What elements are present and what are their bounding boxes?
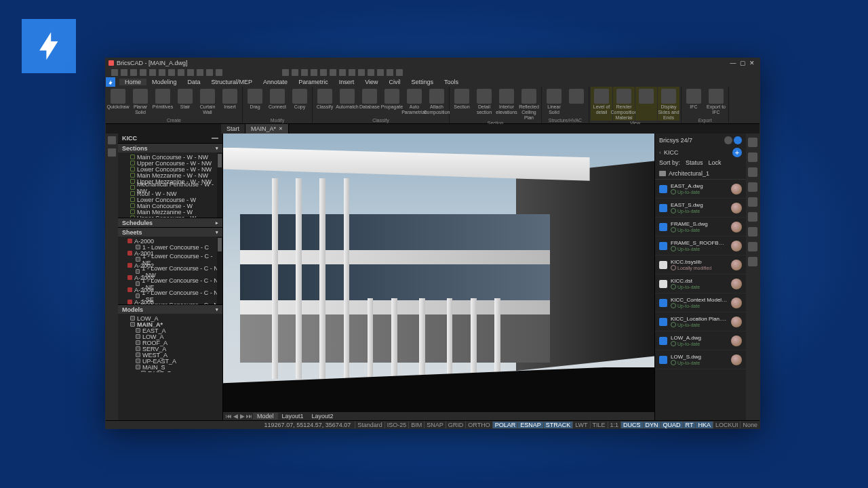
model-item[interactable]: SERV_A [127,346,222,352]
qat-button[interactable] [178,69,184,76]
collapse-icon[interactable] [212,138,218,139]
file-item[interactable]: KICC.dstUp-to-date [655,274,746,293]
sort-lock[interactable]: Lock [709,159,722,166]
ribbon-detail-section[interactable]: Detail section [473,87,495,121]
qat-button[interactable] [159,69,165,76]
section-item[interactable]: Upper Concourse - W [127,215,222,218]
ribbon-copy[interactable]: Copy [289,87,311,118]
viewport-3d[interactable] [223,134,654,412]
ribbon-database[interactable]: Database [359,87,380,118]
settings-icon[interactable] [748,182,757,192]
ribbon-reflected-ceiling-plan[interactable]: Reflected Ceiling Plan [518,87,540,121]
ribbon-btn[interactable] [635,87,657,121]
breadcrumb-label[interactable]: KICC [664,149,679,156]
ribbon-section[interactable]: Section [451,87,473,121]
qat-button[interactable] [149,69,156,76]
user-icon[interactable] [734,136,742,144]
model-item[interactable]: UP-EAST_A [127,358,222,364]
status-1:1[interactable]: 1:1 [608,422,621,428]
ribbon-interior-elevations[interactable]: Interior elevations [496,87,517,121]
menu-insert[interactable]: Insert [334,79,360,85]
status-polar[interactable]: POLAR [492,422,518,428]
ribbon-export-to-ifc[interactable]: Export to IFC [705,87,727,118]
menu-civil[interactable]: Civil [384,79,406,85]
stack-icon[interactable] [748,212,757,222]
file-item[interactable]: KICC.bsyslibLocally modified [655,256,746,274]
add-button[interactable]: + [732,148,742,157]
sheets-header[interactable]: Sheets▾ [118,227,222,237]
folder-row[interactable]: Architectural_1 [655,167,746,180]
qat-button[interactable] [311,69,317,76]
app-menu-button[interactable] [106,77,115,87]
ribbon-display-sides-and-ends[interactable]: Display Sides and Ends [658,87,679,121]
file-item[interactable]: EAST_S.dwgUp-to-date [655,199,746,218]
ribbon-ifc[interactable]: IFC [683,87,705,118]
model-item[interactable]: EAST_A [127,327,222,333]
menu-annotate[interactable]: Annotate [258,79,293,85]
status-rt[interactable]: RT [683,422,696,428]
status-quad[interactable]: QUAD [660,422,683,428]
minimize-button[interactable]: — [728,60,738,66]
scrollbar[interactable] [217,237,222,304]
ribbon-render-composition-material[interactable]: Render Composition Material [613,87,635,121]
star-icon[interactable] [748,257,757,266]
status-grid[interactable]: GRID [446,422,466,428]
menu-data[interactable]: Data [182,79,206,85]
status-none[interactable]: None [740,422,760,428]
lightbulb-icon[interactable] [748,138,757,147]
status-hka[interactable]: HKA [695,422,713,428]
qat-button[interactable] [121,69,127,76]
qat-button[interactable] [387,69,393,76]
qat-button[interactable] [111,69,118,76]
file-item[interactable]: KICC_Location Plan.dwgUp-to-date [655,312,746,331]
home-icon[interactable] [108,136,116,144]
file-item[interactable]: EAST_A.dwgUp-to-date [655,180,746,199]
qat-button[interactable] [216,69,222,76]
file-item[interactable]: FRAME_S_ROOFBEAM.dwgUp-to-date [655,237,746,256]
qat-button[interactable] [168,69,175,76]
layout-tab[interactable]: Model [253,413,278,420]
status-ortho[interactable]: ORTHO [465,422,492,428]
ribbon-curtain-wall[interactable]: Curtain Wall [197,87,218,118]
menu-home[interactable]: Home [119,79,146,85]
qat-button[interactable] [301,69,308,76]
status-lockui[interactable]: LOCKUI [713,422,741,428]
layout-tab[interactable]: Layout1 [278,413,308,420]
model-item[interactable]: MAIN_A* [127,321,222,327]
sections-header[interactable]: Sections▾ [118,143,222,152]
layout-next[interactable]: ▶ [239,413,245,420]
box-icon[interactable] [748,227,757,237]
cloud-icon[interactable] [748,242,757,251]
schedules-header[interactable]: Schedules▸ [118,218,222,227]
qat-button[interactable] [292,69,298,76]
ribbon-propagate[interactable]: Propagate [381,87,403,118]
back-icon[interactable]: ‹ [659,149,661,156]
ribbon-drag[interactable]: Drag [244,87,266,118]
menu-tools[interactable]: Tools [439,79,464,85]
panel-icon[interactable] [108,148,116,157]
ribbon-classify[interactable]: Classify [314,87,336,118]
model-item[interactable]: LOW_A [127,333,222,340]
layout-tab[interactable]: Layout2 [308,413,338,420]
file-item[interactable]: LOW_A.dwgUp-to-date [655,331,746,350]
sync-icon[interactable] [724,136,732,144]
status-esnap[interactable]: ESNAP [517,422,543,428]
qat-button[interactable] [349,69,355,76]
status-bim[interactable]: BIM [408,422,424,428]
ribbon-auto-parametrize[interactable]: Auto Parametrize [403,87,425,118]
qat-button[interactable] [358,69,365,76]
status-snap[interactable]: SNAP [424,422,446,428]
ribbon-attach-composition[interactable]: Attach Composition [426,87,448,118]
qat-button[interactable] [197,69,203,76]
file-item[interactable]: FRAME_S.dwgUp-to-date [655,218,746,237]
status-tile[interactable]: TILE [590,422,608,428]
menu-view[interactable]: View [359,79,383,85]
ribbon-automatch[interactable]: Automatch [336,87,358,118]
qat-button[interactable] [396,69,403,76]
status-dyn[interactable]: DYN [643,422,660,428]
file-item[interactable]: KICC_Context Model.dwgUp-to-date [655,293,746,312]
ribbon-insert[interactable]: Insert [219,87,241,118]
file-item[interactable]: LOW_S.dwgUp-to-date [655,350,746,369]
menu-settings[interactable]: Settings [406,79,439,85]
qat-button[interactable] [330,69,336,76]
